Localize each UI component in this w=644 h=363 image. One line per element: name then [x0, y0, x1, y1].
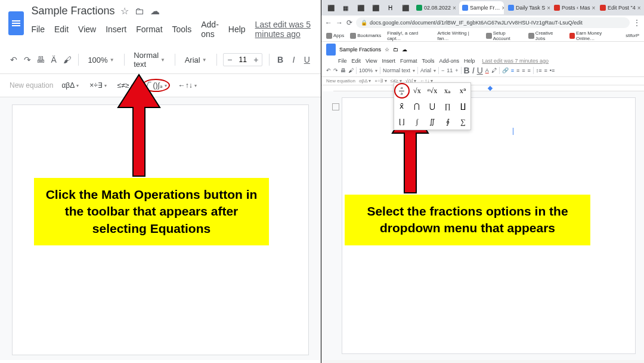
align-right-icon[interactable]: ≡: [522, 67, 525, 73]
fraction-option[interactable]: ab: [394, 83, 410, 99]
cloud-icon[interactable]: ☁: [150, 5, 160, 17]
integral-option[interactable]: ∫: [410, 114, 425, 130]
redo-icon[interactable]: ↷: [333, 67, 338, 73]
sum-option[interactable]: ∑: [455, 114, 470, 130]
bookmark-item[interactable]: Article Writing | fan…: [437, 30, 480, 41]
style-dropdown[interactable]: Normal text: [383, 67, 410, 73]
url-field[interactable]: 🔒 docs.google.com/document/d/1rlBW_IF_6g…: [356, 17, 630, 28]
bookmark-item[interactable]: Creative Jobs: [528, 30, 563, 41]
extensions-icon[interactable]: ⋮: [633, 19, 640, 27]
sqrt-option[interactable]: √x: [410, 83, 425, 99]
align-center-icon[interactable]: ≡: [516, 67, 519, 73]
superscript-option[interactable]: xᵃ: [455, 83, 470, 99]
italic-button[interactable]: I: [472, 66, 475, 75]
browser-tab[interactable]: Posts ‹ Mas×: [551, 1, 596, 14]
menu-edit[interactable]: Edit: [54, 24, 69, 34]
browser-tab-active[interactable]: Sample Fr…×: [459, 1, 504, 14]
new-equation-label[interactable]: New equation: [326, 78, 355, 84]
overline-option[interactable]: x̄: [394, 99, 410, 114]
greek-letters-button[interactable]: αβΔ ▾: [359, 78, 371, 84]
font-size-dec[interactable]: −: [441, 67, 444, 73]
menu-file[interactable]: File: [31, 24, 45, 34]
browser-tab[interactable]: Edit Post "4×: [597, 1, 642, 14]
coproduct-option[interactable]: ∐: [455, 99, 470, 114]
underline-button[interactable]: U: [303, 53, 311, 66]
decrease-font-icon[interactable]: −: [224, 54, 236, 66]
menu-format[interactable]: Format: [136, 24, 162, 34]
zoom-dropdown[interactable]: 100%▼: [85, 54, 117, 66]
paint-icon[interactable]: 🖌: [348, 67, 354, 73]
paint-format-icon[interactable]: 🖌: [63, 53, 71, 66]
text-color-button[interactable]: A: [485, 67, 489, 73]
new-equation-label[interactable]: New equation: [10, 81, 53, 90]
document-title[interactable]: Sample Fractions: [31, 5, 114, 17]
font-size-control[interactable]: − 11 +: [223, 53, 262, 66]
contour-integral-option[interactable]: ∮: [440, 114, 456, 130]
tab-spacer[interactable]: ⬛: [398, 2, 412, 14]
tab-spacer[interactable]: ⬛: [354, 2, 367, 14]
print-icon[interactable]: 🖶: [36, 53, 45, 66]
italic-button[interactable]: I: [289, 53, 298, 66]
back-icon[interactable]: ←: [325, 19, 332, 27]
spellcheck-icon[interactable]: Ä: [49, 53, 58, 66]
bold-button[interactable]: B: [276, 53, 284, 66]
menu-format[interactable]: Format: [400, 58, 417, 64]
style-dropdown[interactable]: Normal text▼: [131, 50, 168, 70]
underline-button[interactable]: U: [477, 66, 483, 75]
menu-help[interactable]: Help: [464, 58, 475, 64]
move-icon[interactable]: 🗀: [135, 6, 144, 17]
align-justify-icon[interactable]: ≡: [528, 67, 531, 73]
menu-edit[interactable]: Edit: [352, 58, 361, 64]
outline-icon[interactable]: [332, 103, 339, 110]
menu-tools[interactable]: Tools: [172, 24, 192, 34]
menu-insert[interactable]: Insert: [382, 58, 395, 64]
undo-icon[interactable]: ↶: [10, 53, 18, 66]
line-spacing-icon[interactable]: ↕≡: [536, 67, 542, 73]
floor-option[interactable]: ⌊⌋: [394, 114, 410, 130]
last-edit-text[interactable]: Last edit was 5 minutes ago: [255, 20, 312, 39]
list-icon[interactable]: ≡: [544, 67, 547, 73]
browser-tab[interactable]: Daily Task S×: [505, 1, 550, 14]
bullet-list-icon[interactable]: •≡: [550, 67, 555, 73]
tab-spacer[interactable]: H: [383, 2, 397, 14]
forward-icon[interactable]: →: [336, 19, 343, 27]
reload-icon[interactable]: ⟳: [346, 19, 352, 27]
star-icon[interactable]: ☆: [120, 5, 129, 17]
menu-view[interactable]: View: [78, 24, 96, 34]
nth-root-option[interactable]: ⁿ√x: [425, 83, 440, 99]
double-integral-option[interactable]: ∬: [425, 114, 440, 130]
last-edit-text[interactable]: Last edit was 7 minutes ago: [482, 58, 549, 64]
cloud-icon[interactable]: ☁: [402, 47, 407, 53]
bookmark-item[interactable]: Setup Account: [486, 30, 522, 41]
font-size-inc[interactable]: +: [455, 67, 458, 73]
menu-addons[interactable]: Add-ons: [201, 20, 219, 39]
print-icon[interactable]: 🖶: [340, 67, 346, 73]
menu-insert[interactable]: Insert: [106, 24, 126, 34]
font-dropdown[interactable]: Arial: [420, 67, 431, 73]
bookmark-item[interactable]: Bookmarks: [350, 33, 381, 39]
font-dropdown[interactable]: Arial▼: [182, 54, 210, 66]
menu-help[interactable]: Help: [228, 24, 246, 34]
browser-tab[interactable]: 02.08.2022×: [413, 1, 458, 14]
intersection-option[interactable]: ⋂: [410, 99, 425, 114]
union-option[interactable]: ⋃: [425, 99, 440, 114]
subscript-option[interactable]: xₐ: [440, 83, 456, 99]
menu-addons[interactable]: Add-ons: [439, 58, 459, 64]
arrows-button[interactable]: ←↑↓▾: [176, 80, 199, 91]
document-title[interactable]: Sample Fractions: [339, 47, 381, 53]
font-size-value[interactable]: 11: [447, 67, 453, 73]
tab-spacer[interactable]: ⬛: [324, 2, 338, 14]
greek-letters-button[interactable]: αβΔ▾: [59, 80, 81, 91]
align-left-icon[interactable]: ≡: [511, 67, 514, 73]
redo-icon[interactable]: ↷: [23, 53, 31, 66]
product-option[interactable]: ∏: [440, 99, 456, 114]
tab-spacer[interactable]: ▦: [339, 2, 352, 14]
bold-button[interactable]: B: [464, 66, 470, 75]
bookmark-item[interactable]: Finally!, a card capt…: [387, 30, 431, 41]
ruler[interactable]: [333, 85, 644, 91]
misc-ops-button[interactable]: ×÷∃▾: [87, 80, 109, 91]
highlight-button[interactable]: 🖍: [491, 67, 497, 73]
menu-tools[interactable]: Tools: [422, 58, 434, 64]
bookmark-item[interactable]: Earn Money Online…: [569, 30, 620, 41]
increase-font-icon[interactable]: +: [250, 54, 262, 66]
